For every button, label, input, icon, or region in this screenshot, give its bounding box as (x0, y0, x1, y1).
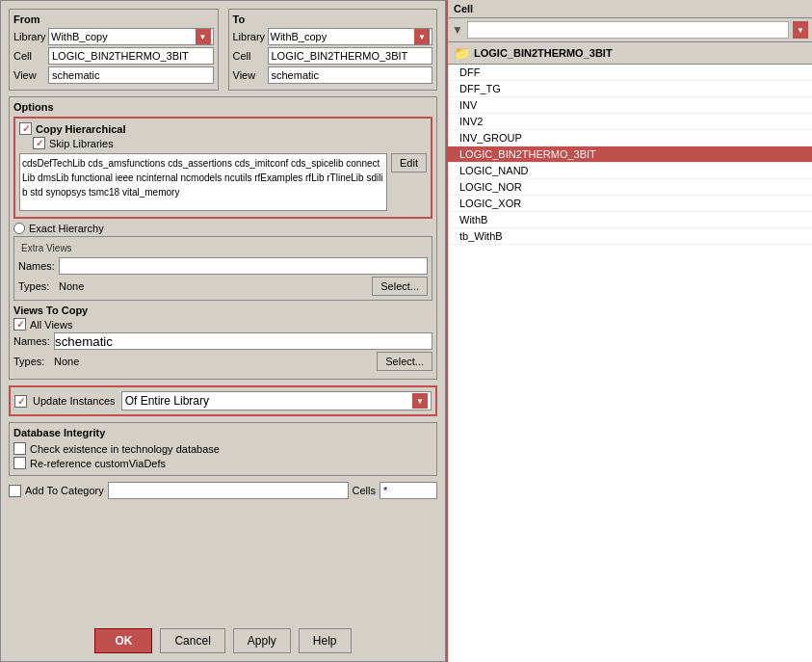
update-instances-checkbox[interactable] (14, 395, 27, 408)
exact-hierarchy-row: Exact Hierarchy (13, 223, 432, 234)
to-view-input[interactable] (268, 66, 433, 84)
add-to-category-label: Add To Category (25, 485, 104, 496)
cell-item[interactable]: DFF_TG (448, 81, 812, 97)
to-library-select[interactable]: WithB_copy ▼ (268, 28, 433, 45)
cell-list: DFFDFF_TGINVINV2INV_GROUPLOGIC_BIN2THERM… (448, 65, 812, 662)
cell-item[interactable]: INV (448, 97, 812, 114)
db-integrity-title: Database Integrity (13, 427, 432, 438)
from-library-select[interactable]: WithB_copy ▼ (48, 28, 214, 45)
from-title: From (13, 13, 214, 25)
copy-dialog: From Library WithB_copy ▼ Cell View To L… (0, 0, 446, 662)
extra-views-box: Extra Views Names: Types: None Select... (13, 236, 432, 301)
copy-hierarchical-row: Copy Hierarchical (19, 122, 427, 135)
re-reference-checkbox[interactable] (13, 457, 26, 469)
cell-item[interactable]: tb_WithB (448, 228, 812, 245)
to-cell-input[interactable] (268, 47, 433, 65)
to-view-label: View (233, 69, 264, 81)
views-types-value: None (54, 356, 373, 367)
cell-item[interactable]: LOGIC_NAND (448, 163, 812, 179)
cell-item[interactable]: LOGIC_NOR (448, 179, 812, 196)
ok-button[interactable]: OK (94, 628, 152, 653)
filter-icon: ▼ (452, 23, 463, 37)
update-instances-select[interactable]: Of Entire Library ▼ (121, 391, 432, 410)
from-block: From Library WithB_copy ▼ Cell View (9, 9, 219, 91)
dialog-buttons: OK Cancel Apply Help (9, 624, 437, 653)
views-names-input[interactable] (54, 332, 432, 350)
library-name: LOGIC_BIN2THERMO_3BIT (474, 47, 613, 59)
to-title: To (233, 13, 433, 25)
library-icon: 📁 (454, 45, 470, 61)
update-instances-dropdown-arrow[interactable]: ▼ (412, 393, 428, 409)
update-instances-box: Update Instances Of Entire Library ▼ (9, 385, 437, 416)
libraries-text: cdsDefTechLib cds_amsfunctions cds_asser… (22, 158, 383, 198)
filter-input[interactable] (467, 21, 789, 39)
extra-names-row: Names: (18, 257, 428, 275)
to-cell-label: Cell (233, 50, 264, 62)
add-to-category-checkbox[interactable] (9, 485, 21, 497)
extra-views-title: Extra Views (18, 243, 75, 253)
extra-select-button[interactable]: Select... (372, 277, 428, 296)
views-names-label: Names: (13, 335, 50, 347)
cell-item[interactable]: WithB (448, 212, 812, 228)
copy-hierarchical-label: Copy Hierarchical (36, 123, 126, 135)
cell-item[interactable]: LOGIC_XOR (448, 196, 812, 212)
of-entire-library-text: Of Entire Library (125, 394, 209, 408)
views-names-row: Names: (13, 332, 432, 350)
copy-hierarchical-checkbox[interactable] (19, 122, 32, 135)
from-library-row: Library WithB_copy ▼ (13, 28, 214, 45)
copy-hierarchical-box: Copy Hierarchical Skip Libraries cdsDefT… (13, 117, 432, 219)
extra-types-label: Types: (18, 280, 55, 292)
views-types-label: Types: (13, 356, 50, 367)
exact-hierarchy-radio[interactable] (13, 223, 25, 234)
to-view-row: View (233, 66, 433, 84)
help-button[interactable]: Help (299, 628, 352, 653)
cell-item[interactable]: INV_GROUP (448, 130, 812, 146)
views-to-copy-section: Views To Copy All Views Names: Types: No… (13, 305, 432, 371)
views-select-button[interactable]: Select... (377, 352, 432, 371)
libraries-list[interactable]: cdsDefTechLib cds_amsfunctions cds_asser… (19, 153, 387, 211)
all-views-label: All Views (30, 319, 72, 331)
right-panel: Cell ▼ ▼ 📁 LOGIC_BIN2THERMO_3BIT DFFDFF_… (446, 0, 812, 662)
cell-item[interactable]: LOGIC_BIN2THERMO_3BIT (448, 146, 812, 163)
skip-libraries-checkbox[interactable] (33, 137, 45, 149)
from-view-row: View (13, 66, 214, 84)
options-section: Options Copy Hierarchical Skip Libraries… (9, 96, 437, 380)
extra-names-label: Names: (18, 260, 55, 272)
views-to-copy-title: Views To Copy (13, 305, 432, 316)
check-existence-row: Check existence in technology database (13, 442, 432, 455)
from-cell-label: Cell (13, 50, 44, 62)
exact-hierarchy-label: Exact Hierarchy (29, 223, 104, 234)
to-library-label: Library (233, 31, 264, 42)
filter-row: ▼ ▼ (448, 18, 812, 42)
re-reference-row: Re-reference customViaDefs (13, 457, 432, 469)
cell-item[interactable]: INV2 (448, 114, 812, 130)
all-views-row: All Views (13, 318, 432, 331)
library-header: 📁 LOGIC_BIN2THERMO_3BIT (448, 42, 812, 65)
from-to-section: From Library WithB_copy ▼ Cell View To L… (9, 9, 437, 91)
from-library-dropdown-arrow[interactable]: ▼ (196, 29, 211, 44)
from-view-input[interactable] (48, 66, 214, 84)
all-views-checkbox[interactable] (13, 318, 26, 331)
from-view-label: View (13, 69, 44, 81)
views-types-row: Types: None Select... (13, 352, 432, 371)
skip-libraries-row: Skip Libraries (19, 137, 427, 149)
cancel-button[interactable]: Cancel (160, 628, 224, 653)
edit-button[interactable]: Edit (391, 153, 427, 172)
apply-button[interactable]: Apply (233, 628, 291, 653)
filter-dropdown-arrow[interactable]: ▼ (793, 21, 808, 39)
from-cell-row: Cell (13, 47, 214, 65)
cell-panel-header: Cell (448, 0, 812, 18)
from-cell-input[interactable] (48, 47, 214, 65)
check-existence-label: Check existence in technology database (30, 443, 220, 455)
cells-input[interactable] (380, 482, 437, 499)
check-existence-checkbox[interactable] (13, 442, 26, 455)
to-library-dropdown-arrow[interactable]: ▼ (414, 29, 430, 44)
to-library-row: Library WithB_copy ▼ (233, 28, 433, 45)
category-input[interactable] (108, 482, 349, 499)
cell-panel: Cell ▼ ▼ 📁 LOGIC_BIN2THERMO_3BIT DFFDFF_… (448, 0, 812, 662)
update-instances-label: Update Instances (33, 395, 116, 407)
extra-names-input[interactable] (59, 257, 428, 275)
cells-label: Cells (353, 485, 376, 496)
from-library-label: Library (13, 31, 44, 42)
cell-item[interactable]: DFF (448, 65, 812, 81)
